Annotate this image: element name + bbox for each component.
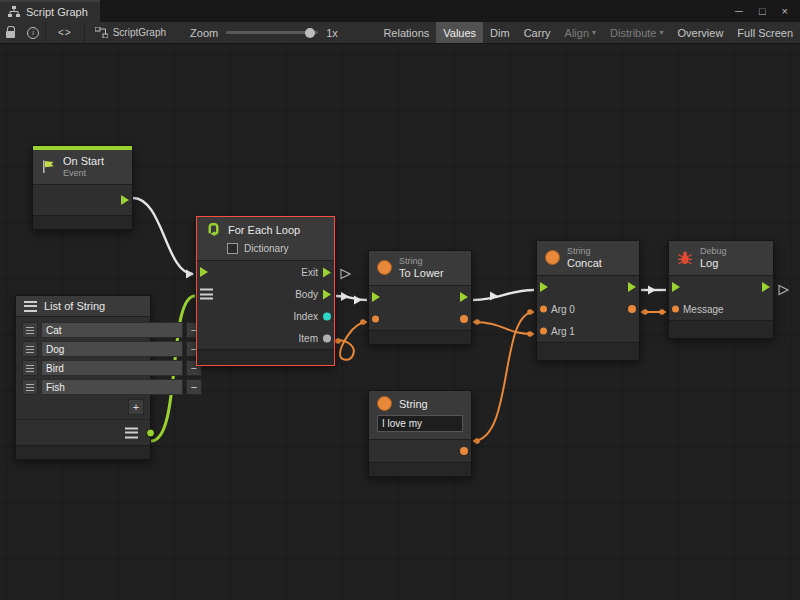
item-out-port[interactable]: [323, 334, 331, 342]
chevron-down-icon: ▾: [660, 28, 664, 37]
list-item: −: [22, 360, 144, 376]
close-button[interactable]: ×: [782, 5, 788, 17]
edit-code-button[interactable]: <>: [46, 22, 84, 43]
node-title: For Each Loop: [228, 224, 300, 236]
node-debug-log[interactable]: Debug Log Message: [668, 240, 774, 339]
flow-out-port[interactable]: [628, 282, 636, 292]
overview-button[interactable]: Overview: [671, 22, 731, 43]
zoom-slider-knob[interactable]: [305, 28, 315, 38]
inspect-button[interactable]: i: [21, 22, 45, 43]
item-input[interactable]: [41, 360, 183, 376]
drag-handle[interactable]: [22, 322, 38, 338]
node-footer: [33, 215, 132, 229]
index-out-port[interactable]: [323, 312, 331, 320]
maximize-button[interactable]: □: [759, 5, 766, 17]
string-value-input[interactable]: [377, 415, 463, 432]
toolbar-buttons: Relations Values Dim Carry Align ▾ Distr…: [376, 22, 800, 43]
dim-button[interactable]: Dim: [483, 22, 517, 43]
handle-icon: [26, 384, 34, 391]
drag-handle[interactable]: [22, 341, 38, 357]
node-category: String: [567, 246, 602, 257]
result-out-port[interactable]: [460, 315, 468, 323]
node-header: String Concat: [537, 241, 639, 276]
minimize-button[interactable]: ─: [735, 5, 743, 17]
align-button[interactable]: Align ▾: [558, 22, 603, 43]
exit-out-port[interactable]: [323, 267, 331, 277]
node-on-start[interactable]: On Start Event: [32, 145, 133, 230]
node-subtitle: Event: [63, 168, 104, 179]
flow-out-port[interactable]: [460, 292, 468, 302]
node-title: On Start: [63, 155, 104, 168]
node-header: String: [369, 391, 471, 440]
node-category: String: [399, 256, 444, 267]
result-out-port[interactable]: [628, 305, 636, 313]
message-in-port[interactable]: [672, 305, 679, 312]
node-concat[interactable]: String Concat Arg 0 Arg 1: [536, 240, 640, 361]
add-item-button[interactable]: +: [128, 399, 144, 415]
lock-button[interactable]: [0, 22, 21, 43]
bug-icon: [677, 250, 693, 266]
handle-icon: [26, 365, 34, 372]
loop-icon: [205, 221, 222, 238]
info-icon: i: [27, 27, 39, 39]
drag-handle[interactable]: [22, 379, 38, 395]
distribute-button[interactable]: Distribute ▾: [603, 22, 670, 43]
arg0-in-port[interactable]: [540, 305, 547, 312]
zoom-slider[interactable]: [226, 31, 318, 34]
list-output-row: [16, 419, 150, 445]
port-label: Arg 0: [551, 303, 575, 314]
flow-in-port[interactable]: [540, 282, 548, 292]
title-bar: Script Graph ─ □ ×: [0, 0, 800, 22]
zoom-value: 1x: [326, 27, 338, 39]
node-footer: [16, 445, 150, 459]
node-for-each-loop[interactable]: For Each Loop Dictionary Exit Body Index: [196, 216, 335, 366]
dictionary-checkbox[interactable]: [227, 243, 238, 254]
flow-in-port[interactable]: [200, 267, 208, 277]
value-out-port[interactable]: [460, 447, 468, 455]
carry-button[interactable]: Carry: [517, 22, 558, 43]
values-button[interactable]: Values: [436, 22, 483, 43]
node-string-literal[interactable]: String: [368, 390, 472, 477]
graph-selector[interactable]: ScriptGraph: [85, 27, 176, 38]
list-out-port[interactable]: [146, 428, 155, 437]
string-in-port[interactable]: [372, 315, 379, 322]
body-out-port[interactable]: [323, 289, 331, 299]
window-controls: ─ □ ×: [735, 0, 800, 22]
list-icon: [125, 427, 138, 438]
handle-icon: [26, 327, 34, 334]
fullscreen-button[interactable]: Full Screen: [730, 22, 800, 43]
node-header: On Start Event: [33, 150, 132, 185]
node-list-of-string[interactable]: List of String − − − − +: [15, 295, 151, 460]
drag-handle[interactable]: [22, 360, 38, 376]
flow-in-port[interactable]: [372, 292, 380, 302]
node-header: String To Lower: [369, 251, 471, 286]
arg1-in-port[interactable]: [540, 327, 547, 334]
graph-toolbar: i <> ScriptGraph Zoom 1x Relations Value…: [0, 22, 800, 44]
node-title: String: [399, 398, 428, 410]
handle-icon: [26, 346, 34, 353]
lock-icon: [6, 31, 15, 38]
flow-out-port[interactable]: [762, 282, 770, 292]
flow-in-port[interactable]: [672, 282, 680, 292]
relations-button[interactable]: Relations: [376, 22, 436, 43]
item-input[interactable]: [41, 379, 183, 395]
item-input[interactable]: [41, 341, 183, 357]
remove-item-button[interactable]: −: [186, 379, 202, 395]
string-icon: [377, 396, 392, 411]
node-header: List of String: [16, 296, 150, 317]
chevron-down-icon: ▾: [592, 28, 596, 37]
node-to-lower[interactable]: String To Lower: [368, 250, 472, 345]
string-icon: [545, 250, 560, 265]
flag-icon: [41, 159, 56, 174]
graph-name: ScriptGraph: [113, 27, 166, 38]
zoom-label: Zoom: [190, 27, 218, 39]
item-input[interactable]: [41, 322, 183, 338]
node-footer: [369, 330, 471, 344]
node-header: For Each Loop Dictionary: [197, 217, 334, 261]
tab-script-graph[interactable]: Script Graph: [0, 0, 100, 22]
node-header: Debug Log: [669, 241, 773, 276]
node-title: List of String: [44, 300, 105, 312]
flow-out-port[interactable]: [121, 195, 129, 205]
collection-in-port[interactable]: [200, 289, 213, 300]
port-label: Index: [294, 311, 318, 322]
